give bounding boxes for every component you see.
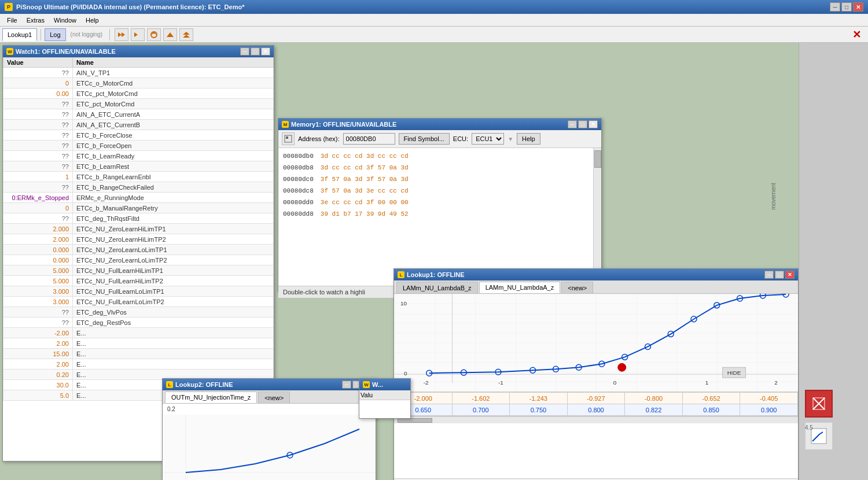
lookup2-tabs: OUTm_NU_InjectionTime_z <new> [163,390,376,404]
watch-table-row: 2.000 ETCc_NU_ZeroLearnHiLimTP1 [3,224,274,234]
watch-table-row: 0.00 ETCc_pct_MotorCmd [3,88,274,99]
watch-cell-name: AIN_A_ETC_CurrentA [73,109,274,120]
watch-cell-name: ETCc_o_MotorCmd [73,78,274,88]
mem-ecu-label: ECU: [453,135,468,142]
watch-table-row: 0.000 ETCc_NU_ZeroLearnLoLimTP2 [3,255,274,265]
lookup1-tab-lambdaa[interactable]: LAMm_NU_LambdaA_z [479,282,561,293]
lookup2-minimize[interactable]: ─ [342,381,351,389]
lookup1-y-cell[interactable]: 0.700 [452,404,510,416]
minimize-btn[interactable]: ─ [830,2,840,12]
mem-help-btn[interactable]: Help [517,133,540,145]
lookup1-x-cell[interactable]: -0.405 [740,393,798,404]
watch-cell-name: ETC_pct_MotorCmd [73,99,274,109]
menu-help[interactable]: Help [81,16,104,25]
memory1-minimize[interactable]: ─ [568,120,577,128]
lookup1-tab-lambdab[interactable]: LAMm_NU_LambdaB_z [396,282,478,293]
watch-table-row: 0 ETCc_o_MotorCmd [3,78,274,88]
watch-cell-name: ETCc_NU_ZeroLearnHiLimTP1 [73,224,274,234]
mem-ecu-select[interactable]: ECU1 [472,133,504,145]
watch-cell-value: 5.000 [3,276,73,286]
mem-hex: 3f 57 0a 3d 3f 57 0a 3d [321,173,409,185]
watch2-window: W W... Valu [359,378,411,419]
toolbar-btn-refresh[interactable] [147,28,161,41]
lookup1-minimize[interactable]: ─ [764,271,774,279]
mem-hex: 3d cc cc cd 3f 57 0a 3d [321,162,409,173]
lookup1-x-cell[interactable]: -0.652 [682,393,740,404]
watch-table-row: 5.000 ETCc_NU_FullLearnHiLimTP2 [3,276,274,286]
watch-cell-name: ETCc_b_ManualRangeRetry [73,203,274,213]
lookup2-tab-injection[interactable]: OUTm_NU_InjectionTime_z [165,392,257,403]
workspace-close-btn[interactable]: ✕ [848,28,866,41]
lookup2-chart-svg [163,415,376,480]
not-logging-label: (not logging) [68,31,105,38]
watch-cell-name: ETCc_pct_MotorCmd [73,88,274,99]
watch-cell-value: 1 [3,172,73,182]
maximize-btn[interactable]: □ [841,2,852,12]
svg-text:0: 0 [613,379,617,386]
toolbar-btn-fwd[interactable] [115,28,128,41]
lookup2-window: L Lookup2: OFFLINE ─ □ ✕ OUTm_NU_Injecti… [162,378,376,480]
watch-cell-value: ?? [3,182,73,193]
watch-table-row: 0 ETCc_b_ManualRangeRetry [3,203,274,213]
watch1-minimize[interactable]: ─ [240,47,249,56]
col-value: Value [3,58,73,68]
watch-table-row: ?? AIN_V_TP1 [3,68,274,78]
menu-extras[interactable]: Extras [22,16,49,25]
watch1-close[interactable]: ✕ [261,47,270,56]
lookup1-data-table-container: -2.000-1.602-1.243-0.927-0.800-0.652-0.4… [394,392,798,416]
watch-cell-name: AIN_V_TP1 [73,68,274,78]
watch-table-row: 5.000 ETCc_NU_FullLearnHiLimTP1 [3,265,274,276]
title-bar-buttons: ─ □ ✕ [830,2,863,12]
red-icon[interactable] [805,390,833,418]
svg-text:10: 10 [400,300,407,307]
lookup1-tabs: LAMm_NU_LambdaB_z LAMm_NU_LambdaA_z <new… [394,280,798,294]
lookup1-window: L Lookup1: OFFLINE ─ □ ✕ LAMm_NU_LambdaB… [393,268,799,480]
lookup1-hscrollbar[interactable] [394,416,798,423]
lookup1-x-cell[interactable]: -0.927 [567,393,625,404]
lookup1-close[interactable]: ✕ [785,271,795,279]
toolbar-tab-lookup1[interactable]: Lookup1 [2,28,37,41]
mem-icon-btn[interactable] [282,132,295,145]
lookup1-y-cell[interactable]: 0.800 [567,404,625,416]
svg-text:-1: -1 [498,379,503,386]
lookup2-tab-new[interactable]: <new> [258,392,290,403]
memory1-maximize[interactable]: □ [578,120,587,128]
memory1-close[interactable]: ✕ [589,120,598,128]
lookup1-tab-new[interactable]: <new> [561,282,593,293]
lookup1-x-cell[interactable]: -1.602 [452,393,510,404]
lookup1-x-cell[interactable]: -0.800 [625,393,683,404]
toolbar-tab-log[interactable]: Log [45,28,65,41]
mem-find-symbol-btn[interactable]: Find Symbol... [399,133,450,145]
menu-file[interactable]: File [2,16,22,25]
watch-cell-name: ETCc_NU_FullLearnLoLimTP1 [73,286,274,297]
close-btn[interactable]: ✕ [853,2,863,12]
mem-row: 00080db03d cc cc cd 3d cc cc cd [283,150,597,162]
mem-addr: 00080dd0 [283,197,314,208]
mem-scroll-thumb[interactable] [594,150,601,168]
watch1-maximize[interactable]: □ [251,47,260,56]
mem-hex: 39 d1 b7 17 39 9d 49 52 [321,208,409,220]
watch-cell-value: 5.000 [3,265,73,276]
watch2-col: Valu [359,390,410,400]
toolbar-btn-upup[interactable] [179,28,193,41]
mem-scrollbar[interactable] [593,148,601,286]
mem-address-input[interactable] [343,133,395,145]
mem-addr: 00080dd8 [283,208,314,220]
watch2-title: W... [372,381,383,388]
watch-cell-value: 2.000 [3,224,73,234]
lookup1-x-cell[interactable]: -1.243 [510,393,568,404]
lookup1-maximize[interactable]: □ [775,271,784,279]
lookup1-y-cell[interactable]: 0.822 [625,404,683,416]
memory1-title-bar: M Memory1: OFFLINE/UNAVAILABLE ─ □ ✕ [278,119,601,130]
mem-hex: 3e cc cc cd 3f 00 00 00 [321,197,409,208]
lookup1-y-cell[interactable]: 0.750 [510,404,568,416]
watch-cell-value: 0.00 [3,88,73,99]
lookup1-y-cell[interactable]: 0.850 [682,404,740,416]
toolbar-btn-step[interactable] [131,28,145,41]
menu-window[interactable]: Window [49,16,81,25]
toolbar-btn-up[interactable] [163,28,177,41]
watch-table-row: 0:ERMk_e_Stopped ERMc_e_RunningMode [3,193,274,203]
watch-cell-name: E... [73,359,274,370]
lookup1-y-cell[interactable]: 0.900 [740,404,798,416]
watch-cell-name: ETC_deg_VlvPos [73,307,274,317]
